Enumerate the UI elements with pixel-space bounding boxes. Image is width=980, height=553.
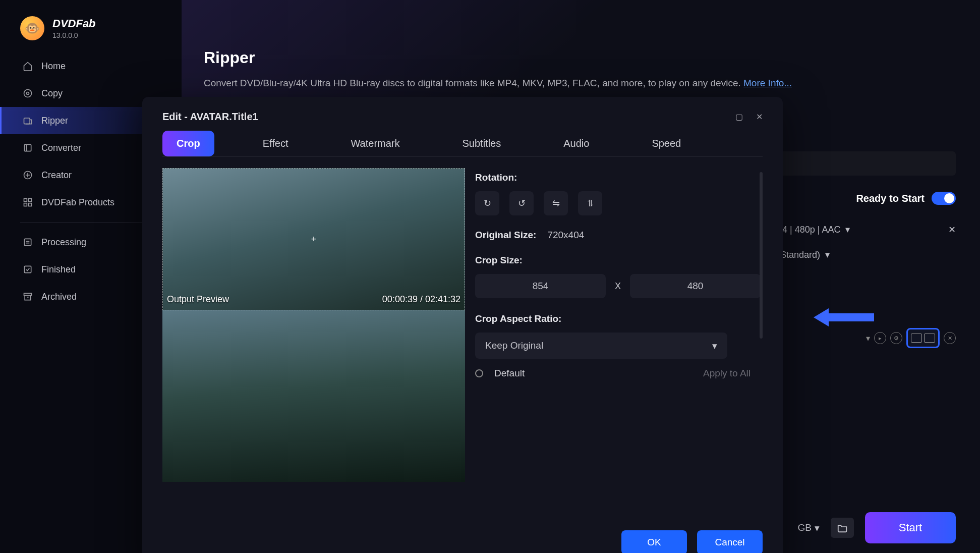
sidebar-item-label: Archived: [41, 292, 77, 302]
scrollbar[interactable]: [760, 172, 763, 339]
converter-icon: [22, 142, 33, 153]
rotate-cw-button[interactable]: ↻: [475, 191, 499, 215]
sidebar-item-label: Copy: [41, 88, 63, 99]
svg-rect-19: [24, 239, 31, 245]
original-size-value: 720x404: [547, 230, 584, 241]
svg-rect-17: [24, 203, 27, 206]
modal-close-icon[interactable]: ✕: [756, 112, 763, 122]
preview-column: Output Preview 00:00:39 / 02:41:32: [162, 168, 465, 518]
app-name: DVDFab: [52, 17, 96, 30]
aspect-ratio-select[interactable]: Keep Original ▾: [475, 333, 727, 359]
default-radio[interactable]: [475, 369, 483, 377]
output-preview-frame[interactable]: Output Preview 00:00:39 / 02:41:32: [162, 168, 465, 310]
page-header: Ripper Convert DVD/Blu-ray/4K Ultra HD B…: [182, 0, 980, 106]
modal-maximize-icon[interactable]: ▢: [735, 112, 743, 122]
svg-rect-11: [24, 118, 30, 124]
svg-point-10: [27, 92, 29, 95]
cancel-button[interactable]: Cancel: [697, 530, 763, 553]
svg-rect-15: [24, 199, 27, 202]
crop-settings: Rotation: ↻ ↺ ⇋ ⥮ Original Size: 720x404…: [473, 168, 763, 518]
preview-time: 00:00:39 / 02:41:32: [382, 294, 460, 305]
task-panel: Ready to Start 64 | 480p | AAC ▾ ✕ (Stan…: [773, 151, 980, 348]
crop-size-label: Crop Size:: [475, 255, 761, 266]
tab-speed[interactable]: Speed: [638, 131, 695, 156]
start-button[interactable]: Start: [865, 512, 956, 543]
remove-icon[interactable]: ✕: [948, 224, 956, 235]
svg-rect-16: [29, 199, 32, 202]
callout-arrow-icon: [814, 305, 874, 329]
tab-subtitles[interactable]: Subtitles: [448, 131, 515, 156]
output-size-chip[interactable]: GB ▾: [798, 522, 820, 534]
task-bar-placeholder: [773, 151, 956, 176]
edit-tabs: Crop Effect Watermark Subtitles Audio Sp…: [162, 131, 763, 157]
svg-rect-22: [24, 266, 31, 272]
quality-row[interactable]: (Standard) ▾: [773, 242, 956, 267]
svg-rect-18: [29, 203, 32, 206]
source-preview-frame[interactable]: [162, 310, 465, 482]
home-icon: [22, 61, 33, 72]
page-title: Ripper: [204, 48, 958, 67]
svg-rect-23: [24, 293, 32, 295]
more-info-link[interactable]: More Info...: [743, 78, 792, 88]
aspect-ratio-label: Crop Aspect Ratio:: [475, 313, 761, 324]
cancel-icon[interactable]: ✕: [944, 332, 956, 344]
chevron-down-icon[interactable]: ▾: [866, 334, 870, 343]
tab-watermark[interactable]: Watermark: [336, 131, 414, 156]
tab-audio[interactable]: Audio: [549, 131, 603, 156]
ripper-icon: [22, 115, 33, 126]
flip-horizontal-button[interactable]: ⇋: [544, 191, 568, 215]
output-folder-button[interactable]: [831, 518, 854, 538]
format-row[interactable]: 64 | 480p | AAC ▾ ✕: [773, 217, 956, 242]
chevron-down-icon: ▾: [712, 340, 717, 352]
sidebar-item-home[interactable]: Home: [0, 52, 182, 80]
sidebar-item-label: Finished: [41, 264, 76, 275]
chevron-down-icon: ▾: [815, 522, 820, 534]
original-size-label: Original Size:: [475, 230, 536, 241]
edit-modal: Edit - AVATAR.Title1 ▢ ✕ Crop Effect Wat…: [142, 97, 783, 553]
sidebar-item-label: Home: [41, 61, 66, 72]
processing-icon: [22, 237, 33, 248]
grid-icon: [22, 197, 33, 208]
settings-icon[interactable]: ⚙: [890, 332, 902, 344]
logo-block: 🐵 DVDFab 13.0.0.0: [0, 12, 182, 52]
tab-effect[interactable]: Effect: [249, 131, 303, 156]
edit-highlight-button[interactable]: [906, 328, 940, 348]
crop-separator: X: [615, 281, 621, 292]
preview-label: Output Preview: [167, 294, 229, 305]
archive-icon: [22, 291, 33, 302]
svg-marker-24: [814, 308, 874, 326]
play-icon[interactable]: ▸: [874, 332, 886, 344]
tab-crop[interactable]: Crop: [162, 131, 214, 156]
page-description: Convert DVD/Blu-ray/4K Ultra HD Blu-ray …: [204, 76, 958, 91]
crop-width-input[interactable]: 854: [475, 274, 606, 298]
rotate-ccw-button[interactable]: ↺: [509, 191, 534, 215]
chevron-down-icon: ▾: [845, 224, 850, 235]
default-label: Default: [494, 368, 525, 379]
svg-point-9: [24, 90, 32, 97]
app-logo-icon: 🐵: [20, 16, 44, 40]
sidebar-item-label: DVDFab Products: [41, 197, 114, 208]
sidebar-item-label: Processing: [41, 237, 86, 248]
finished-icon: [22, 264, 33, 275]
svg-rect-12: [24, 144, 31, 151]
ready-label: Ready to Start: [856, 193, 925, 204]
modal-title: Edit - AVATAR.Title1: [162, 111, 258, 123]
ready-toggle[interactable]: [932, 192, 956, 205]
chevron-down-icon: ▾: [825, 249, 830, 260]
crop-height-input[interactable]: 480: [630, 274, 761, 298]
ok-button[interactable]: OK: [621, 530, 687, 553]
rotation-label: Rotation:: [475, 172, 761, 183]
flip-vertical-button[interactable]: ⥮: [578, 191, 602, 215]
divider: [20, 222, 161, 223]
copy-icon: [22, 88, 33, 99]
sidebar-item-label: Ripper: [41, 116, 68, 126]
sidebar-item-label: Creator: [41, 170, 72, 181]
app-version: 13.0.0.0: [52, 31, 96, 39]
creator-icon: [22, 170, 33, 181]
sidebar-item-label: Converter: [41, 143, 81, 153]
apply-to-all-button[interactable]: Apply to All: [703, 368, 751, 379]
